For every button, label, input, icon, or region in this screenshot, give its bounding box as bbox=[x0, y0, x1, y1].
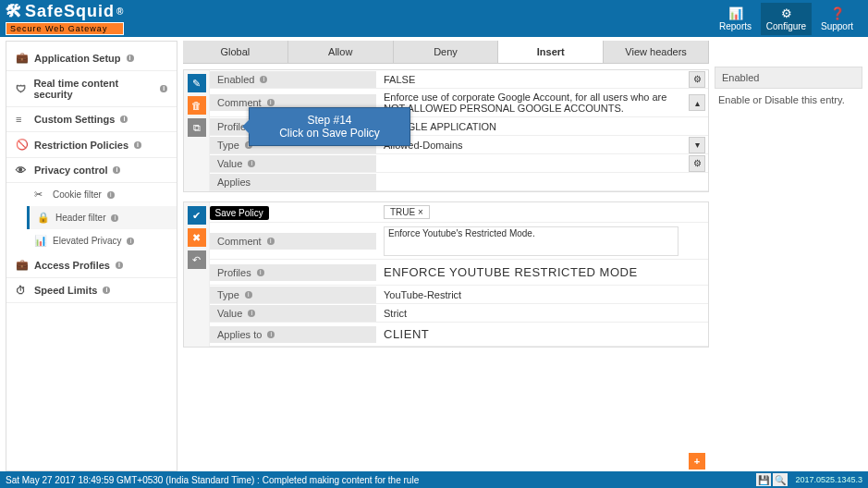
sidebar-sub-label: Header filter bbox=[55, 213, 105, 223]
logo-wrench-icon: 🛠 bbox=[6, 2, 23, 21]
block-icon: 🚫 bbox=[16, 139, 29, 151]
sidebar-item-custom-settings[interactable]: ≡ Custom Settings i bbox=[6, 107, 177, 132]
info-icon: i bbox=[120, 116, 128, 123]
row-value: FALSE bbox=[376, 71, 686, 88]
logo-tagline: Secure Web Gateway bbox=[6, 22, 124, 35]
sidebar-item-realtime-security[interactable]: 🛡 Real time content security i bbox=[6, 71, 177, 107]
revert-button[interactable]: ↶ bbox=[188, 250, 206, 269]
info-icon: i bbox=[248, 310, 255, 317]
gear-button[interactable]: ⚙ bbox=[689, 155, 705, 172]
save-tooltip: Save Policy bbox=[210, 206, 269, 220]
tab-insert[interactable]: Insert bbox=[498, 41, 604, 63]
sidebar-sub-header-filter[interactable]: 🔒 Header filter i bbox=[27, 206, 177, 229]
version-label: 2017.0525.1345.3 bbox=[795, 475, 862, 484]
right-panel-desc: Enable or Disable this entry. bbox=[715, 94, 862, 105]
topnav-support[interactable]: ❓ Support bbox=[812, 3, 862, 35]
policy-card-2: ✔ Save Policy ✖ ↶ TRUE × bbox=[183, 201, 709, 348]
briefcase-icon: 💼 bbox=[16, 259, 29, 271]
row-enabled: Enabledi FALSE ⚙ bbox=[210, 70, 708, 89]
row-key: Comment bbox=[217, 236, 262, 247]
info-icon: i bbox=[257, 269, 264, 276]
info-icon: i bbox=[127, 238, 134, 245]
row-value: Valuei Strict bbox=[210, 304, 708, 323]
topnav-reports[interactable]: 📊 Reports bbox=[710, 3, 761, 35]
status-save-icon[interactable]: 💾 bbox=[756, 473, 771, 486]
collapse-button[interactable]: ▴ bbox=[689, 94, 705, 111]
sidebar-sub-label: Elevated Privacy bbox=[53, 236, 121, 246]
sidebar-item-label: Speed Limits bbox=[34, 285, 97, 296]
sidebar-item-privacy-control[interactable]: 👁 Privacy control i bbox=[6, 158, 177, 183]
row-profiles: Profilesi ENFORCE YOUTUBE RESTRICTED MOD… bbox=[210, 260, 708, 286]
info-icon: i bbox=[248, 160, 255, 167]
callout-title: Step #14 bbox=[257, 114, 402, 127]
save-button[interactable]: ✔ Save Policy bbox=[188, 206, 206, 225]
info-icon: i bbox=[267, 238, 275, 245]
sidebar: 💼 Application Setup i 🛡 Real time conten… bbox=[6, 41, 177, 471]
right-panel: Enabled Enable or Disable this entry. bbox=[715, 41, 862, 471]
gear-button[interactable]: ⚙ bbox=[689, 71, 705, 88]
status-search-icon[interactable]: 🔍 bbox=[773, 473, 788, 486]
tab-global[interactable]: Global bbox=[183, 41, 288, 63]
lock-icon: 🔒 bbox=[37, 212, 50, 224]
sidebar-item-label: Restriction Policies bbox=[34, 140, 128, 151]
dropdown-button[interactable]: ▾ bbox=[689, 137, 705, 153]
row-key: Type bbox=[217, 289, 239, 300]
profiles-input[interactable]: ENFORCE YOUTUBE RESTRICTED MODE bbox=[376, 262, 686, 282]
info-icon: i bbox=[113, 166, 120, 174]
info-icon: i bbox=[267, 99, 275, 106]
info-icon: i bbox=[107, 191, 115, 199]
sidebar-item-label: Custom Settings bbox=[34, 114, 115, 125]
support-icon: ❓ bbox=[812, 6, 862, 20]
configure-icon: ⚙ bbox=[761, 6, 812, 20]
row-type: Typei YouTube-Restrict bbox=[210, 286, 708, 304]
topnav-configure[interactable]: ⚙ Configure bbox=[761, 3, 812, 35]
row-value: Valuei ⚙ bbox=[210, 154, 708, 173]
sidebar-item-restriction-policies[interactable]: 🚫 Restriction Policies i bbox=[6, 132, 177, 158]
row-value: Allowed-Domains bbox=[376, 137, 686, 153]
tab-deny[interactable]: Deny bbox=[394, 41, 499, 63]
logo: 🛠 SafeSquid ® Secure Web Gateway bbox=[6, 2, 124, 35]
info-icon: i bbox=[267, 331, 275, 338]
row-key: Applies to bbox=[217, 329, 262, 340]
sidebar-item-application-setup[interactable]: 💼 Application Setup i bbox=[6, 45, 177, 71]
status-bar: Sat May 27 2017 18:49:59 GMT+0530 (India… bbox=[0, 471, 868, 488]
info-icon: i bbox=[111, 214, 118, 222]
add-policy-button[interactable]: + bbox=[689, 453, 705, 470]
sidebar-item-access-profiles[interactable]: 💼 Access Profiles i bbox=[6, 252, 177, 278]
right-panel-title: Enabled bbox=[715, 67, 862, 89]
applies-input[interactable]: CLIENT bbox=[376, 324, 686, 344]
info-icon: i bbox=[127, 55, 134, 62]
tab-allow[interactable]: Allow bbox=[288, 41, 394, 63]
topnav: 📊 Reports ⚙ Configure ❓ Support bbox=[710, 3, 862, 35]
sidebar-sub-elevated-privacy[interactable]: 📊 Elevated Privacy i bbox=[27, 229, 177, 252]
sidebar-sub-cookie-filter[interactable]: ✂ Cookie filter i bbox=[27, 183, 177, 206]
logo-reg: ® bbox=[116, 6, 124, 17]
sidebar-item-label: Privacy control bbox=[34, 165, 107, 176]
comment-input[interactable]: Enforce Youtube's Restricted Mode. bbox=[384, 226, 679, 256]
tab-view-headers[interactable]: View headers bbox=[604, 41, 709, 63]
tabs: Global Allow Deny Insert View headers bbox=[183, 41, 709, 64]
row-key: Type bbox=[217, 140, 239, 151]
edit-button[interactable]: ✎ bbox=[188, 74, 206, 92]
row-value: Strict bbox=[376, 305, 686, 322]
step-callout: Step #14 Click on Save Policy bbox=[249, 107, 410, 146]
row-enabled: TRUE × bbox=[210, 202, 708, 223]
reports-icon: 📊 bbox=[710, 6, 761, 20]
copy-button[interactable]: ⧉ bbox=[188, 118, 206, 137]
row-key: Value bbox=[217, 158, 242, 169]
bars-icon: 📊 bbox=[34, 235, 47, 247]
row-key: Enabled bbox=[217, 74, 254, 85]
row-value: Enforce use of corporate Google Account,… bbox=[376, 89, 686, 116]
topnav-label: Support bbox=[821, 21, 853, 31]
cancel-button[interactable]: ✖ bbox=[188, 228, 206, 247]
row-comment: Commenti Enforce Youtube's Restricted Mo… bbox=[210, 223, 708, 260]
delete-button[interactable]: 🗑 bbox=[188, 96, 206, 115]
sidebar-item-speed-limits[interactable]: ⏱ Speed Limits i bbox=[6, 278, 177, 303]
shield-icon: 🛡 bbox=[16, 83, 28, 94]
row-key: Applies bbox=[217, 177, 251, 188]
topnav-label: Reports bbox=[719, 21, 752, 31]
card2-actions: ✔ Save Policy ✖ ↶ bbox=[184, 202, 210, 347]
briefcase-icon: 💼 bbox=[16, 52, 29, 64]
row-applies: Applies toi CLIENT bbox=[210, 323, 708, 347]
enabled-chip[interactable]: TRUE × bbox=[384, 205, 430, 219]
